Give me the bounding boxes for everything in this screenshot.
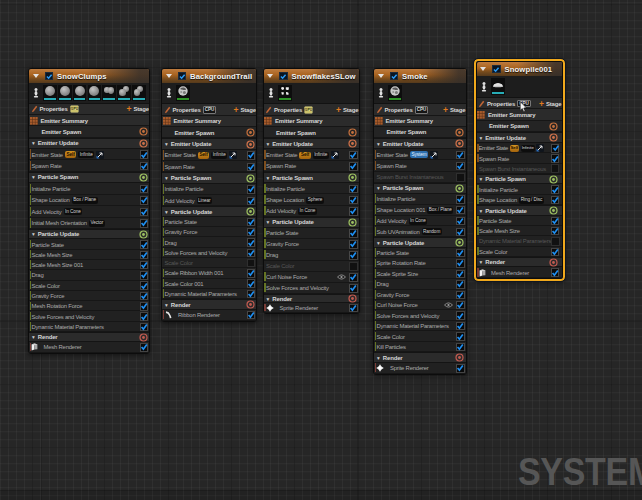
svg-text:GPU: GPU	[305, 108, 313, 112]
svg-text:GPU: GPU	[71, 107, 79, 111]
